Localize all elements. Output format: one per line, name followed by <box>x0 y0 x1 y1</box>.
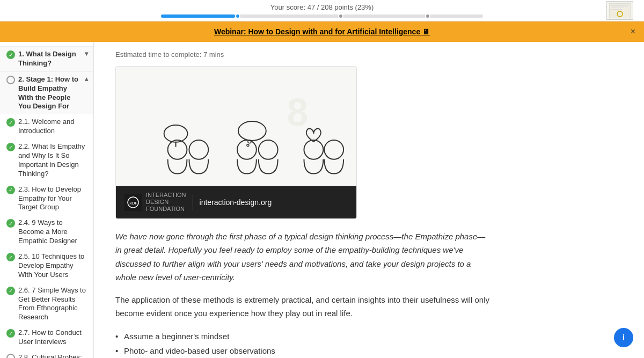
svg-text:8: 8 <box>287 91 309 134</box>
sidebar-label-2-4: 2.4. 9 Ways to Become a More Empathic De… <box>18 218 88 246</box>
sidebar-label-2-3: 2.3. How to Develop Empathy for Your Tar… <box>18 185 88 213</box>
progress-dot-end <box>425 13 430 19</box>
main-layout: ✓ 1. What Is Design Thinking? ▾ 2. Stage… <box>0 42 644 358</box>
check-icon-section1: ✓ <box>6 50 15 59</box>
list-item-2: Photo- and video-based user observations <box>115 344 491 358</box>
body-paragraph-2: The application of these methods is extr… <box>115 293 491 320</box>
progress-dot-active <box>235 13 240 19</box>
svg-rect-3 <box>611 9 622 10</box>
webinar-link[interactable]: Webinar: How to Design with and for Arti… <box>214 27 430 36</box>
sidebar-item-2-5[interactable]: ✓ 2.5. 10 Techniques to Develop Empathy … <box>0 249 93 283</box>
svg-rect-1 <box>611 5 628 6</box>
certificate-thumbnail[interactable] <box>606 1 633 20</box>
svg-rect-2 <box>611 8 624 8</box>
sidebar-section-1[interactable]: ✓ 1. What Is Design Thinking? ▾ <box>0 46 93 71</box>
progress-dot-mid <box>338 13 343 19</box>
sidebar-item-2-4[interactable]: ✓ 2.4. 9 Ways to Become a More Empathic … <box>0 215 93 249</box>
course-image: 8 <box>116 67 356 185</box>
bullet-list: Assume a beginner's mindset Photo- and v… <box>115 329 491 358</box>
webinar-banner[interactable]: Webinar: How to Design with and for Arti… <box>0 21 644 42</box>
check-icon-2-7: ✓ <box>6 329 15 338</box>
course-image-container: 8 <box>115 66 357 219</box>
ixdf-logo-container: IxDF INTERACTIONDESIGNFOUNDATION <box>125 192 186 213</box>
sidebar-item-2-2[interactable]: ✓ 2.2. What Is Empathy and Why Is It So … <box>0 139 93 182</box>
sidebar-label-2-7: 2.7. How to Conduct User Interviews <box>18 328 88 347</box>
svg-text:IxDF: IxDF <box>129 201 138 206</box>
info-button[interactable]: i <box>614 328 633 347</box>
body-paragraph-1: We have now gone through the first phase… <box>115 230 491 284</box>
check-icon-2-4: ✓ <box>6 219 15 228</box>
sidebar-item-2-6[interactable]: ✓ 2.6. 7 Simple Ways to Get Better Resul… <box>0 283 93 326</box>
sidebar-item-2-1[interactable]: ✓ 2.1. Welcome and Introduction <box>0 114 93 139</box>
check-icon-2-3: ✓ <box>6 186 15 194</box>
section1-toggle[interactable]: ▾ <box>85 50 88 59</box>
sidebar-section2-label: 2. Stage 1: How to Build Empathy With th… <box>18 75 82 112</box>
banner-close-button[interactable]: × <box>631 27 635 36</box>
sidebar-label-2-1: 2.1. Welcome and Introduction <box>18 118 88 136</box>
sidebar-item-2-7[interactable]: ✓ 2.7. How to Conduct User Interviews <box>0 325 93 350</box>
svg-rect-5 <box>116 67 356 184</box>
sidebar-item-2-3[interactable]: ✓ 2.3. How to Develop Empathy for Your T… <box>0 182 93 216</box>
check-icon-2-5: ✓ <box>6 253 15 261</box>
course-image-footer: IxDF INTERACTIONDESIGNFOUNDATION interac… <box>116 186 356 218</box>
sidebar-section1-label: 1. What Is Design Thinking? <box>18 50 82 68</box>
progress-bar <box>161 14 483 18</box>
check-icon-2-6: ✓ <box>6 287 15 295</box>
sidebar-label-2-6: 2.6. 7 Simple Ways to Get Better Results… <box>18 286 88 323</box>
section2-toggle[interactable]: ▴ <box>85 75 88 84</box>
sidebar-item-2-8[interactable]: 2.8. Cultural Probes: How to Design and … <box>0 350 93 358</box>
sidebar-section-2[interactable]: 2. Stage 1: How to Build Empathy With th… <box>0 71 93 115</box>
score-text: Your score: 47 / 208 points (23%) <box>270 3 374 11</box>
sidebar-label-2-8: 2.8. Cultural Probes: How to Design and … <box>18 353 88 358</box>
sidebar-label-2-5: 2.5. 10 Techniques to Develop Empathy Wi… <box>18 252 88 280</box>
sidebar-label-2-2: 2.2. What Is Empathy and Why Is It So Im… <box>18 142 88 179</box>
circle-icon-2-8 <box>6 354 15 358</box>
ixdf-url: interaction-design.org <box>200 198 272 207</box>
body-paragraph-1-italic: We have now gone through the first phase… <box>115 232 485 282</box>
ixdf-divider <box>193 195 193 210</box>
content-area: Estimated time to complete: 7 mins 8 <box>94 42 644 358</box>
progress-fill <box>161 14 235 18</box>
check-icon-2-1: ✓ <box>6 118 15 127</box>
sidebar: ✓ 1. What Is Design Thinking? ▾ 2. Stage… <box>0 42 94 358</box>
ixdf-logo-icon: IxDF <box>125 194 142 211</box>
estimated-time: Estimated time to complete: 7 mins <box>115 50 623 59</box>
ixdf-org-name: INTERACTIONDESIGNFOUNDATION <box>146 192 186 213</box>
top-bar: Your score: 47 / 208 points (23%) <box>0 0 644 21</box>
list-item-1: Assume a beginner's mindset <box>115 329 491 344</box>
check-icon-2-2: ✓ <box>6 143 15 151</box>
circle-icon-section2 <box>6 76 15 84</box>
